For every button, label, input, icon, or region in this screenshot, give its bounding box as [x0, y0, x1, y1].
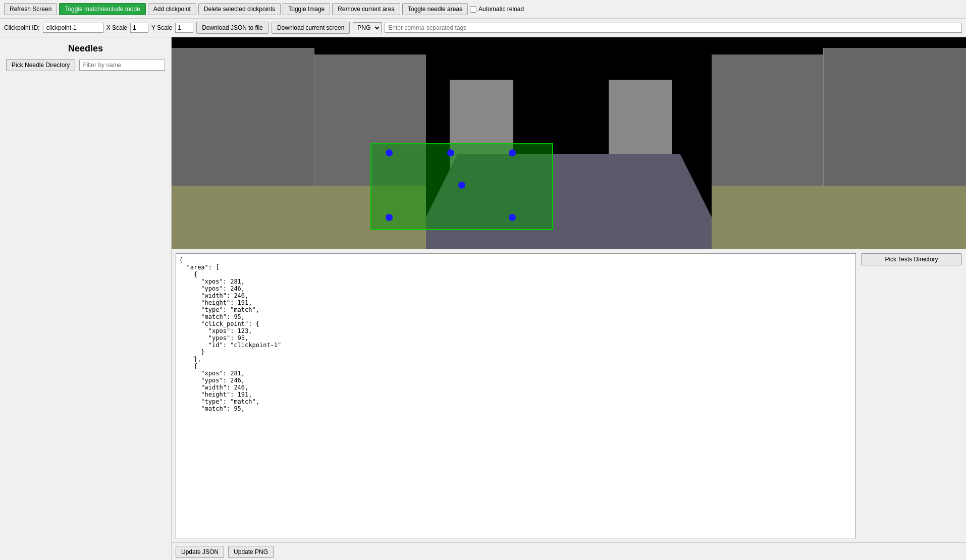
tags-input[interactable]: [385, 23, 962, 33]
main-content: { "area": [ { "xpos": 281, "ypos": 246, …: [172, 37, 966, 560]
building-right: [712, 54, 823, 203]
clickpoint-dot-top-left[interactable]: [386, 149, 393, 156]
clickpoint-dot-bottom-right[interactable]: [509, 214, 516, 221]
auto-reload-label: Automatic reload: [470, 6, 524, 13]
building-far-left: [172, 48, 314, 207]
delete-selected-button[interactable]: Delete selected clickpoints: [198, 3, 281, 15]
json-editor[interactable]: { "area": [ { "xpos": 281, "ypos": 246, …: [176, 253, 856, 538]
filter-input[interactable]: [79, 60, 165, 71]
pick-needle-button[interactable]: Pick Needle Directory: [6, 59, 75, 71]
update-json-button[interactable]: Update JSON: [176, 546, 224, 558]
sidebar: Needles Pick Needle Directory: [0, 37, 172, 560]
download-json-button[interactable]: Download JSON to file: [196, 22, 269, 34]
pick-tests-button[interactable]: Pick Tests Directory: [861, 253, 962, 265]
toggle-match-button[interactable]: Toggle match/exclude mode: [59, 3, 145, 15]
building-far-right: [823, 48, 966, 207]
canvas-area: [172, 37, 966, 249]
x-scale-input[interactable]: [130, 23, 148, 33]
second-toolbar: Clickpoint ID: X Scale Y Scale Download …: [0, 19, 966, 37]
update-png-button[interactable]: Update PNG: [228, 546, 274, 558]
y-scale-input[interactable]: [175, 23, 193, 33]
download-screen-button[interactable]: Download current screen: [272, 22, 350, 34]
auto-reload-text: Automatic reload: [478, 6, 524, 13]
clickpoint-dot-top-mid[interactable]: [447, 149, 454, 156]
clickpoint-id-input[interactable]: [43, 23, 103, 33]
remove-area-button[interactable]: Remove current area: [332, 3, 400, 15]
right-panel: Pick Tests Directory: [861, 253, 962, 538]
sidebar-top: Pick Needle Directory: [6, 59, 165, 71]
sidebar-title: Needles: [6, 43, 165, 54]
toggle-needle-button[interactable]: Toggle needle areas: [402, 3, 468, 15]
bottom-buttons: Update JSON Update PNG: [172, 542, 966, 560]
scene: [172, 37, 966, 249]
auto-reload-checkbox[interactable]: [470, 6, 476, 13]
toggle-image-button[interactable]: Toggle Image: [283, 3, 330, 15]
top-toolbar: Refresh Screen Toggle match/exclude mode…: [0, 0, 966, 19]
clickpoint-dot-top-right[interactable]: [509, 149, 516, 156]
x-scale-label: X Scale: [106, 24, 127, 31]
clickpoint-label: Clickpoint ID:: [4, 24, 40, 31]
needle-box[interactable]: [370, 143, 553, 230]
format-select[interactable]: PNG JPG: [353, 22, 382, 33]
bottom-section: { "area": [ { "xpos": 281, "ypos": 246, …: [172, 249, 966, 542]
y-scale-label: Y Scale: [151, 24, 172, 31]
add-clickpoint-button[interactable]: Add clickpoint: [148, 3, 196, 15]
layout: Needles Pick Needle Directory: [0, 37, 966, 560]
clickpoint-dot-center[interactable]: [458, 182, 465, 189]
sidewalk-right: [712, 186, 966, 249]
clickpoint-dot-bottom-left[interactable]: [386, 214, 393, 221]
refresh-button[interactable]: Refresh Screen: [4, 3, 57, 15]
